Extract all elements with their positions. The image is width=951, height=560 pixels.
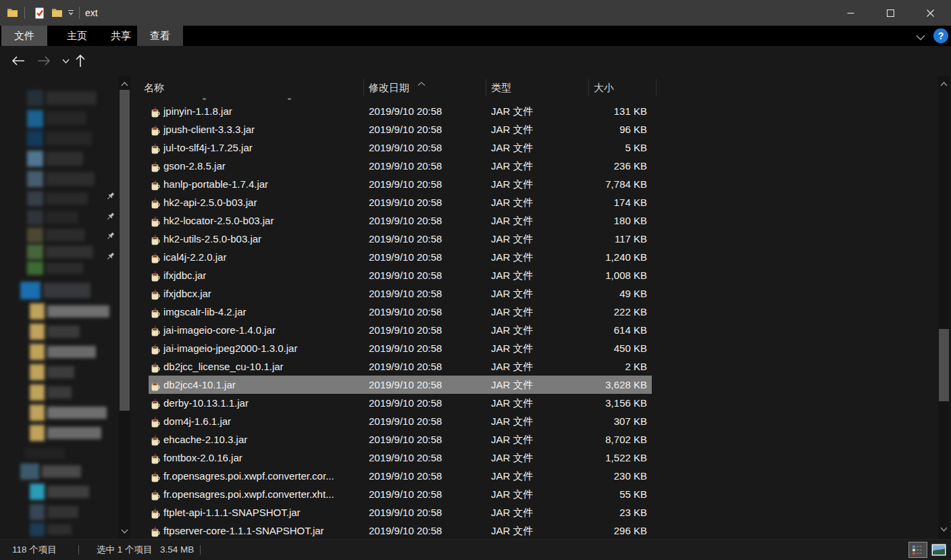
- pin-icon[interactable]: [105, 231, 116, 242]
- sidebar-censored-item[interactable]: [46, 172, 95, 186]
- tab-file[interactable]: 文件: [1, 26, 47, 46]
- scroll-up-icon[interactable]: [119, 78, 130, 90]
- sidebar-censored-item[interactable]: [30, 384, 45, 401]
- list-scrollbar-thumb[interactable]: [939, 329, 949, 401]
- sidebar-censored-item[interactable]: [47, 427, 101, 439]
- file-row[interactable]: ifxjdbc.jar 2019/9/10 20:58 JAR 文件 1,008…: [131, 266, 937, 284]
- sidebar-censored-item[interactable]: [47, 366, 74, 378]
- file-row[interactable]: imgscalr-lib-4.2.jar 2019/9/10 20:58 JAR…: [131, 303, 937, 321]
- sidebar-censored-item[interactable]: [20, 282, 41, 299]
- file-row[interactable]: hanlp-portable-1.7.4.jar 2019/9/10 20:58…: [131, 175, 937, 193]
- sidebar-censored-item[interactable]: [46, 193, 88, 205]
- file-row[interactable]: jai-imageio-core-1.4.0.jar 2019/9/10 20:…: [131, 321, 937, 339]
- sidebar-censored-item[interactable]: [46, 111, 86, 125]
- file-row[interactable]: jpush-client-3.3.3.jar 2019/9/10 20:58 J…: [131, 120, 937, 138]
- file-row[interactable]: hk2-locator-2.5.0-b03.jar 2019/9/10 20:5…: [131, 211, 937, 230]
- sidebar-censored-item[interactable]: [30, 344, 45, 360]
- sidebar-censored-item[interactable]: [46, 152, 83, 166]
- pin-icon[interactable]: [105, 211, 116, 222]
- column-header-type[interactable]: 类型: [491, 79, 511, 97]
- file-row[interactable]: derby-10.13.1.1.jar 2019/9/10 20:58 JAR …: [131, 394, 937, 412]
- properties-quick-icon[interactable]: [34, 0, 45, 26]
- sidebar-censored-item[interactable]: [27, 110, 43, 128]
- sidebar-censored-item[interactable]: [47, 486, 89, 498]
- pin-icon[interactable]: [105, 251, 116, 262]
- file-row[interactable]: db2jcc_license_cu-10.1.jar 2019/9/10 20:…: [131, 357, 937, 376]
- sidebar-censored-item[interactable]: [27, 210, 43, 225]
- file-row[interactable]: ifxjdbcx.jar 2019/9/10 20:58 JAR 文件 49 K…: [131, 284, 937, 303]
- sidebar-censored-item[interactable]: [47, 386, 72, 399]
- sidebar-censored-item[interactable]: [46, 211, 78, 224]
- sidebar-censored-item[interactable]: [27, 130, 43, 147]
- file-row[interactable]: ehcache-2.10.3.jar 2019/9/10 20:58 JAR 文…: [131, 430, 937, 449]
- column-separator[interactable]: [656, 79, 657, 97]
- expand-ribbon-chevron-icon[interactable]: [916, 31, 925, 43]
- file-row[interactable]: jpinyin-1.1.8.jar 2019/9/10 20:58 JAR 文件…: [131, 102, 937, 120]
- tab-t1[interactable]: 主页: [54, 26, 100, 46]
- clipped-file-row[interactable]: [288, 98, 291, 100]
- file-row[interactable]: fontbox-2.0.16.jar 2019/9/10 20:58 JAR 文…: [131, 449, 937, 467]
- sidebar-censored-item[interactable]: [42, 465, 81, 478]
- sidebar-censored-item[interactable]: [27, 191, 43, 206]
- large-icons-view-button[interactable]: [929, 542, 948, 558]
- sidebar-censored-item[interactable]: [30, 364, 45, 380]
- file-row[interactable]: hk2-api-2.5.0-b03.jar 2019/9/10 20:58 JA…: [131, 193, 937, 211]
- scroll-down-icon[interactable]: [119, 526, 130, 537]
- sidebar-censored-item[interactable]: [30, 523, 45, 536]
- sidebar-censored-item[interactable]: [30, 484, 45, 500]
- sidebar-censored-item[interactable]: [46, 229, 85, 241]
- pin-icon[interactable]: [105, 191, 116, 202]
- sidebar-censored-item[interactable]: [43, 283, 91, 298]
- sidebar-censored-item[interactable]: [47, 326, 80, 338]
- forward-button[interactable]: [34, 51, 54, 71]
- file-row[interactable]: fr.opensagres.poi.xwpf.converter.cor... …: [131, 467, 937, 485]
- sidebar-censored-item[interactable]: [27, 90, 43, 106]
- column-header-modified[interactable]: 修改日期: [369, 79, 409, 97]
- maximize-button[interactable]: [875, 0, 906, 26]
- sidebar-censored-item[interactable]: [46, 246, 93, 258]
- clipped-file-row[interactable]: [203, 98, 206, 100]
- sidebar-censored-item[interactable]: [47, 305, 109, 317]
- sidebar-censored-item[interactable]: [46, 132, 92, 145]
- tab-view-active[interactable]: 查看: [137, 26, 183, 46]
- back-button[interactable]: [8, 51, 28, 71]
- sidebar-censored-item[interactable]: [27, 171, 43, 187]
- scroll-down-icon[interactable]: [938, 524, 950, 535]
- scroll-up-icon[interactable]: [938, 78, 950, 90]
- sidebar-censored-item[interactable]: [27, 245, 43, 259]
- sidebar-censored-item[interactable]: [46, 91, 97, 105]
- sidebar-censored-item[interactable]: [20, 463, 39, 480]
- file-row[interactable]: dom4j-1.6.1.jar 2019/9/10 20:58 JAR 文件 3…: [131, 412, 937, 430]
- file-row[interactable]: hk2-utils-2.5.0-b03.jar 2019/9/10 20:58 …: [131, 230, 937, 248]
- sidebar-censored-item[interactable]: [46, 263, 83, 274]
- sidebar-censored-item[interactable]: [27, 151, 43, 167]
- sidebar-censored-item[interactable]: [30, 303, 45, 320]
- newfolder-quick-icon[interactable]: [51, 0, 63, 26]
- file-row[interactable]: ical4j-2.2.0.jar 2019/9/10 20:58 JAR 文件 …: [131, 248, 937, 266]
- column-header-name[interactable]: 名称: [144, 79, 164, 97]
- sidebar-scrollbar[interactable]: [119, 76, 130, 539]
- up-button[interactable]: [70, 51, 91, 71]
- sidebar-censored-item[interactable]: [30, 425, 45, 441]
- sidebar-censored-item[interactable]: [47, 506, 78, 518]
- close-button[interactable]: [915, 0, 946, 26]
- qat-dropdown-icon[interactable]: [68, 0, 74, 26]
- column-separator[interactable]: [363, 79, 364, 97]
- sidebar-censored-item[interactable]: [47, 407, 107, 419]
- details-view-button[interactable]: [908, 542, 927, 558]
- column-header-size[interactable]: 大小: [594, 79, 614, 97]
- file-row[interactable]: jul-to-slf4j-1.7.25.jar 2019/9/10 20:58 …: [131, 138, 937, 157]
- file-row[interactable]: jai-imageio-jpeg2000-1.3.0.jar 2019/9/10…: [131, 339, 937, 357]
- sidebar-censored-item[interactable]: [27, 261, 43, 275]
- sidebar-censored-item[interactable]: [30, 324, 45, 340]
- sidebar-censored-item[interactable]: [30, 405, 45, 421]
- file-row[interactable]: ftplet-api-1.1.1-SNAPSHOT.jar 2019/9/10 …: [131, 503, 937, 521]
- sidebar-censored-item[interactable]: [24, 448, 65, 459]
- file-row[interactable]: fr.opensagres.poi.xwpf.converter.xht... …: [131, 485, 937, 503]
- file-row[interactable]: gson-2.8.5.jar 2019/9/10 20:58 JAR 文件 23…: [131, 157, 937, 175]
- list-scrollbar[interactable]: [938, 76, 950, 539]
- file-row[interactable]: ftpserver-core-1.1.1-SNAPSHOT.jar 2019/9…: [131, 521, 937, 540]
- sidebar-censored-item[interactable]: [30, 504, 45, 520]
- sidebar-censored-item[interactable]: [47, 346, 96, 358]
- column-separator[interactable]: [588, 79, 589, 97]
